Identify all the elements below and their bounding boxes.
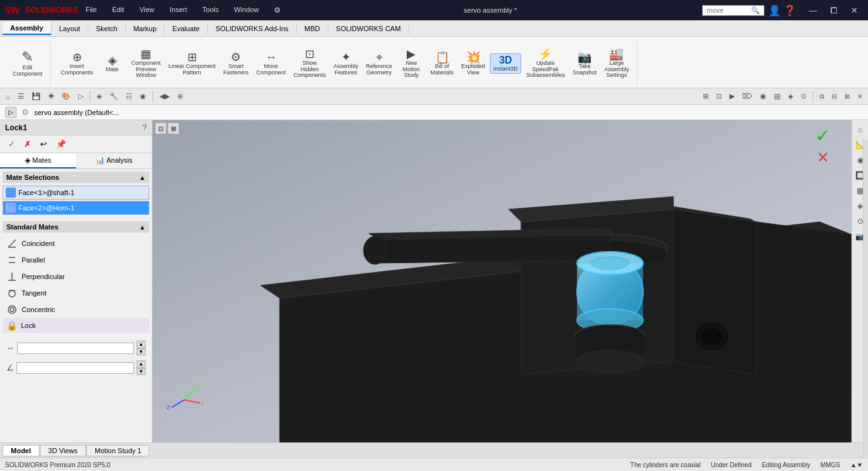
- view-btn-4[interactable]: ⌦: [739, 91, 756, 102]
- btn-show-hidden[interactable]: ⊡ ShowHiddenComponents: [291, 47, 329, 81]
- standard-mates-header[interactable]: Standard Mates ▲: [3, 221, 149, 233]
- tab-mbd[interactable]: MBD: [297, 23, 328, 34]
- mate-lock[interactable]: 🔒 Lock: [3, 318, 149, 333]
- snap-btn-3[interactable]: 💾: [29, 91, 44, 102]
- btn-component-preview[interactable]: ▦ ComponentPreviewWindow: [129, 47, 164, 81]
- btn-insert-components[interactable]: ⊕ InsertComponents: [58, 50, 96, 78]
- mate-parallel[interactable]: Parallel: [3, 252, 149, 268]
- snap-btn-2[interactable]: ☰: [15, 91, 27, 102]
- snap-btn-8[interactable]: 🔧: [106, 91, 121, 102]
- tab-sketch[interactable]: Sketch: [88, 23, 126, 34]
- tab-markup[interactable]: Markup: [126, 23, 165, 34]
- view-btn-6[interactable]: ▤: [771, 91, 783, 102]
- btn-speedpak[interactable]: ⚡ UpdateSpeedPakSubassemblies: [524, 47, 567, 81]
- bottom-tab-motion[interactable]: Motion Study 1: [86, 445, 149, 456]
- snap-btn-11[interactable]: ◀▶: [156, 91, 173, 102]
- snap-btn-10[interactable]: ◉: [137, 91, 149, 102]
- rs-btn-home[interactable]: ⌂: [853, 123, 867, 137]
- view-orient-btn[interactable]: ⧉: [817, 92, 827, 102]
- btn-instant3d[interactable]: 3D Instant3D: [490, 53, 521, 74]
- snap-btn-1[interactable]: ⌂: [3, 92, 13, 102]
- snap-btn-12[interactable]: ⊕: [174, 91, 186, 102]
- menu-extras-icon[interactable]: ⚙: [271, 4, 283, 16]
- tab-mates[interactable]: ◈ Mates: [0, 153, 76, 168]
- view-expand-btn[interactable]: ⊠: [841, 92, 853, 101]
- menu-edit[interactable]: Edit: [109, 4, 126, 16]
- snap-btn-6[interactable]: ▷: [75, 91, 86, 102]
- snap-btn-4[interactable]: ✚: [45, 91, 57, 102]
- distance-down[interactable]: ▼: [137, 348, 146, 356]
- snap-btn-5[interactable]: 🎨: [58, 91, 74, 102]
- back-button[interactable]: ↩: [37, 138, 50, 150]
- menu-insert[interactable]: Insert: [167, 4, 190, 16]
- btn-snapshot[interactable]: 📷 TakeSnapshot: [570, 50, 599, 78]
- btn-mate[interactable]: ◈ Mate: [98, 53, 126, 74]
- bottom-tab-model[interactable]: Model: [3, 445, 39, 456]
- panel-help-button[interactable]: ?: [142, 123, 147, 132]
- view-btn-1[interactable]: ⊞: [700, 91, 712, 102]
- mate-selection-item-2[interactable]: Face<2>@Horn-1: [3, 201, 149, 215]
- btn-motion-study[interactable]: ▶ NewMotionStudy: [397, 47, 425, 81]
- corner-expand-btn[interactable]: ⊡: [155, 123, 166, 134]
- search-box[interactable]: 🔍: [702, 5, 764, 16]
- btn-assembly-features[interactable]: ✦ AssemblyFeatures: [331, 50, 361, 78]
- mate-perpendicular[interactable]: Perpendicular: [3, 268, 149, 285]
- search-input[interactable]: [707, 6, 751, 14]
- mate-selections-collapse[interactable]: ▲: [139, 174, 146, 181]
- confirm-check-button[interactable]: ✓: [815, 125, 830, 146]
- mate-selection-item-1[interactable]: Face<1>@shaft-1: [3, 186, 149, 200]
- menu-file[interactable]: File: [83, 4, 100, 16]
- angle-down[interactable]: ▼: [137, 368, 146, 376]
- tab-addins[interactable]: SOLIDWORKS Add-Ins: [208, 23, 297, 34]
- pin-button[interactable]: 📌: [53, 138, 69, 150]
- view-split-btn[interactable]: ⊟: [829, 92, 840, 101]
- distance-up[interactable]: ▲: [137, 341, 146, 348]
- angle-up[interactable]: ▲: [137, 360, 146, 368]
- distance-input[interactable]: 1.00mm: [17, 343, 134, 354]
- corner-split-btn[interactable]: ⊞: [168, 123, 179, 134]
- btn-large-assembly[interactable]: 🏭 LargeAssemblySettings: [602, 47, 632, 81]
- menu-tools[interactable]: Tools: [200, 4, 222, 16]
- btn-exploded-view[interactable]: 💥 ExplodedView: [459, 50, 488, 78]
- minimize-button[interactable]: —: [804, 4, 822, 17]
- btn-linear-pattern[interactable]: ⊞ Linear ComponentPattern: [166, 50, 218, 78]
- view-btn-5[interactable]: ◉: [757, 91, 770, 102]
- confirm-x-button[interactable]: ✕: [817, 149, 829, 167]
- confirm-button[interactable]: ✓: [5, 138, 18, 150]
- standard-mates-collapse[interactable]: ▲: [139, 224, 146, 231]
- tab-layout[interactable]: Layout: [51, 23, 88, 34]
- mate-coincident[interactable]: Coincident: [3, 235, 149, 252]
- viewport[interactable]: Y X Z ✓ ✕ ⊡ ⊞: [153, 120, 851, 442]
- angle-input[interactable]: 0.00deg: [17, 362, 134, 374]
- distance-spinner[interactable]: ▲ ▼: [137, 341, 146, 355]
- mate-concentric[interactable]: Concentric: [3, 301, 149, 318]
- view-btn-8[interactable]: ⊙: [797, 91, 810, 102]
- view-btn-7[interactable]: ◈: [785, 91, 796, 102]
- view-btn-2[interactable]: ⊡: [713, 91, 725, 102]
- cancel-button[interactable]: ✗: [21, 138, 34, 150]
- tree-expand-btn[interactable]: ▷: [5, 107, 17, 118]
- statusbar-arrows[interactable]: ▲▼: [850, 461, 863, 468]
- view-close-btn[interactable]: ✕: [854, 92, 865, 101]
- help-icon[interactable]: ❓: [783, 4, 796, 17]
- btn-bom[interactable]: 📋 Bill ofMaterials: [428, 50, 456, 78]
- tab-assembly[interactable]: Assembly: [3, 22, 51, 35]
- menu-window[interactable]: Window: [231, 4, 261, 16]
- btn-ref-geometry[interactable]: ⌖ ReferenceGeometry: [363, 50, 395, 78]
- user-icon[interactable]: 👤: [768, 4, 781, 17]
- snap-btn-9[interactable]: ☷: [123, 91, 135, 102]
- bottom-tab-3dviews[interactable]: 3D Views: [40, 445, 86, 456]
- tab-evaluate[interactable]: Evaluate: [165, 23, 208, 34]
- snap-btn-7[interactable]: ◈: [93, 91, 105, 102]
- menu-view[interactable]: View: [137, 4, 157, 16]
- btn-smart-fasteners[interactable]: ⚙ SmartFasteners: [220, 50, 251, 78]
- maximize-button[interactable]: ⧠: [825, 4, 843, 17]
- btn-edit-component[interactable]: ✎ EditComponent: [10, 49, 45, 79]
- angle-spinner[interactable]: ▲ ▼: [137, 360, 146, 375]
- view-btn-3[interactable]: ▶: [726, 91, 738, 102]
- tab-analysis[interactable]: 📊 Analysis: [76, 153, 153, 168]
- close-button[interactable]: ✕: [846, 4, 863, 17]
- tab-swcam[interactable]: SOLIDWORKS CAM: [329, 23, 409, 34]
- mate-selections-header[interactable]: Mate Selections ▲: [3, 172, 149, 183]
- mate-tangent[interactable]: Tangent: [3, 285, 149, 301]
